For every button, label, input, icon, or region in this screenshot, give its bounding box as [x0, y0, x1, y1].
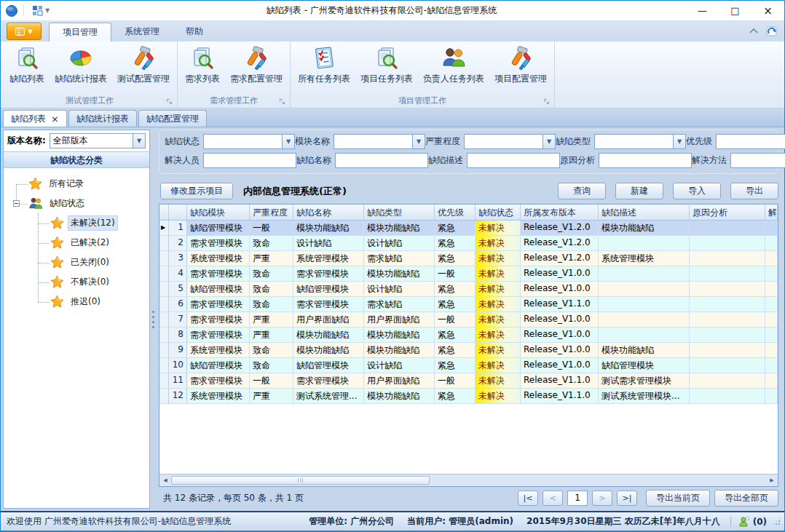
minimize-button[interactable]: —: [686, 1, 719, 20]
tree-item-unresolved[interactable]: 未解决(12): [4, 213, 149, 233]
create-button[interactable]: 新建: [615, 183, 663, 199]
search-button[interactable]: 查询: [558, 183, 606, 199]
export-current-page-button[interactable]: 导出当前页: [646, 490, 710, 507]
filter-combo-defect-status[interactable]: ▼: [203, 134, 295, 149]
filter-combo-severity[interactable]: ▼: [464, 134, 556, 149]
filter-combo-module-name[interactable]: ▼: [334, 134, 425, 149]
last-page-button[interactable]: >|: [617, 491, 637, 506]
filter-label: 模块名称: [295, 135, 330, 148]
chevron-down-icon[interactable]: ▼: [412, 135, 425, 148]
ribbon-button-all-tasks-list[interactable]: 所有任务列表: [293, 44, 355, 86]
dialog-launcher-icon[interactable]: [543, 98, 550, 105]
filter-input-solution[interactable]: [730, 153, 785, 168]
column-header-defect-name[interactable]: 缺陷名称: [293, 205, 364, 220]
table-row[interactable]: 11需求管理模块一般需求管理模块用户界面缺陷一般未解决Release_V1.1.…: [159, 373, 778, 389]
column-header-defect-status[interactable]: 缺陷状态: [476, 205, 521, 220]
ribbon-button-requirement-config-mgmt[interactable]: 需求配置管理: [225, 44, 288, 86]
cell-release: Release_V1.0.0: [521, 358, 599, 373]
chevron-down-icon[interactable]: ▼: [543, 135, 555, 148]
scrollbar-thumb[interactable]: [171, 476, 430, 485]
table-row[interactable]: 9系统管理模块致命模块功能缺陷模块功能缺陷紧急未解决Release_V1.0.0…: [159, 343, 778, 358]
horizontal-scrollbar[interactable]: ◀ ▶: [159, 474, 778, 486]
ribbon-button-label: 缺陷列表: [9, 73, 44, 85]
doc-search-icon: [374, 46, 399, 71]
column-header-defect-desc[interactable]: 缺陷描述: [599, 205, 690, 220]
chevron-down-icon[interactable]: ▼: [673, 135, 685, 148]
page-number-input[interactable]: 1: [567, 491, 588, 506]
cell-severity: 致命: [250, 358, 293, 373]
ribbon-button-requirement-list[interactable]: 需求列表: [180, 44, 225, 86]
column-header-cause-analysis[interactable]: 原因分析: [690, 205, 765, 220]
filter-input-defect-desc[interactable]: [467, 153, 560, 168]
ribbon-button-defect-list[interactable]: 缺陷列表: [4, 44, 50, 86]
tree-item-closed[interactable]: 已关闭(0): [4, 253, 149, 272]
ribbon-body: 缺陷列表缺陷统计报表测试配置管理测试管理工作需求列表需求配置管理需求管理工作所有…: [1, 41, 784, 108]
filter-input-resolver[interactable]: [203, 153, 296, 168]
refresh-window-icon[interactable]: [765, 25, 778, 38]
version-combo[interactable]: 全部版本 ▼: [50, 133, 146, 148]
table-row[interactable]: 8需求管理模块严重模块功能缺陷模块功能缺陷紧急未解决Release_V1.0.0: [159, 327, 778, 343]
ribbon-button-test-config-mgmt[interactable]: 测试配置管理: [112, 44, 175, 86]
ribbon-tab-help[interactable]: 帮助: [173, 23, 216, 41]
table-row[interactable]: 4需求管理模块致命需求管理模块模块功能缺陷一般未解决Release_V1.0.0: [159, 266, 778, 282]
ribbon-button-project-tasks-list[interactable]: 项目任务列表: [355, 44, 418, 86]
ribbon-button-project-config-mgmt[interactable]: 项目配置管理: [489, 44, 552, 86]
collapse-ribbon-icon[interactable]: [749, 28, 758, 33]
table-row[interactable]: 6需求管理模块致命需求管理模块需求缺陷紧急未解决Release_V1.1.0: [159, 297, 778, 312]
ribbon-tab-project-mgmt[interactable]: 项目管理: [49, 23, 111, 41]
dialog-launcher-icon[interactable]: [166, 98, 173, 105]
import-button[interactable]: 导入: [673, 183, 721, 199]
column-header-severity[interactable]: 严重程度: [250, 205, 293, 220]
doc-tab-defect-list[interactable]: 缺陷列表×: [3, 110, 67, 127]
tree-item-postponed[interactable]: 推迟(0): [4, 292, 149, 311]
export-all-pages-button[interactable]: 导出全部页: [714, 490, 778, 507]
table-row[interactable]: 2需求管理模块致命设计缺陷设计缺陷紧急未解决Release_V1.2.0: [159, 236, 778, 251]
table-row[interactable]: 10缺陷管理模块致命缺陷管理模块设计缺陷紧急未解决Release_V1.0.0缺…: [159, 358, 778, 373]
column-header-defect-module[interactable]: 缺陷模块: [187, 205, 250, 220]
doc-tab-defect-config-mgmt[interactable]: 缺陷配置管理: [138, 110, 207, 127]
collapse-expander-icon[interactable]: [13, 200, 20, 207]
cell-release: Release_V1.2.0: [521, 251, 599, 266]
message-counter[interactable]: (0): [738, 516, 767, 528]
filter-combo-defect-type[interactable]: ▼: [594, 134, 686, 149]
chevron-down-icon[interactable]: ▼: [133, 134, 145, 148]
ribbon-button-owner-tasks-list[interactable]: 负责人任务列表: [418, 44, 489, 86]
ribbon-tab-system-mgmt[interactable]: 系统管理: [111, 23, 173, 41]
scroll-right-icon[interactable]: ▶: [768, 477, 776, 483]
dialog-launcher-icon[interactable]: [279, 98, 285, 105]
export-button[interactable]: 导出: [730, 183, 778, 199]
cell-release: Release_V1.1.0: [521, 297, 599, 312]
table-row[interactable]: 7需求管理模块严重用户界面缺陷用户界面缺陷一般未解决Release_V1.0.0: [159, 312, 778, 327]
filter-input-defect-name[interactable]: [335, 153, 428, 168]
tree-item-defect-status[interactable]: 缺陷状态: [4, 194, 149, 213]
first-page-button[interactable]: |<: [518, 491, 538, 506]
next-page-button[interactable]: >: [592, 491, 612, 506]
column-header-release-version[interactable]: 所属发布版本: [521, 205, 599, 220]
close-button[interactable]: ×: [752, 1, 784, 20]
application-menu-button[interactable]: ▼: [7, 23, 42, 40]
panel-splitter[interactable]: [150, 127, 157, 511]
scroll-left-icon[interactable]: ◀: [161, 477, 170, 483]
filter-combo-priority[interactable]: ▼: [716, 134, 785, 149]
resize-grip[interactable]: [774, 519, 780, 525]
table-row[interactable]: 12系统管理模块严重测试系统管理...模块功能缺陷紧急未解决Release_V1…: [159, 389, 778, 404]
maximize-button[interactable]: □: [719, 1, 752, 20]
ribbon-button-defect-stats-report[interactable]: 缺陷统计报表: [50, 44, 112, 86]
column-header-defect-type[interactable]: 缺陷类型: [364, 205, 435, 220]
tree-item-all-records[interactable]: 所有记录: [4, 174, 149, 194]
doc-tab-defect-stats-report[interactable]: 缺陷统计报表: [68, 110, 137, 127]
table-row[interactable]: ▶1缺陷管理模块一般模块功能缺陷模块功能缺陷紧急未解决Release_V1.2.…: [159, 221, 778, 236]
table-row[interactable]: 3系统管理模块严重系统管理模块需求缺陷紧急未解决Release_V1.2.0系统…: [159, 251, 778, 266]
modify-display-items-button[interactable]: 修改显示项目: [160, 183, 233, 199]
column-header-priority[interactable]: 优先级: [435, 205, 476, 220]
app-logo-icon: [5, 4, 18, 17]
quick-access-toolbar-button[interactable]: ▼: [29, 4, 52, 17]
table-row[interactable]: 5缺陷管理模块致命缺陷管理模块设计缺陷紧急未解决Release_V1.0.0: [159, 282, 778, 297]
close-tab-icon[interactable]: ×: [51, 114, 59, 124]
prev-page-button[interactable]: <: [543, 491, 563, 506]
chevron-down-icon[interactable]: ▼: [282, 135, 294, 148]
filter-input-cause-analysis[interactable]: [599, 153, 692, 168]
column-header-solution[interactable]: 解决方法: [765, 205, 778, 220]
tree-item-not-resolved[interactable]: 不解决(0): [4, 272, 149, 292]
tree-item-resolved[interactable]: 已解决(2): [4, 233, 149, 253]
